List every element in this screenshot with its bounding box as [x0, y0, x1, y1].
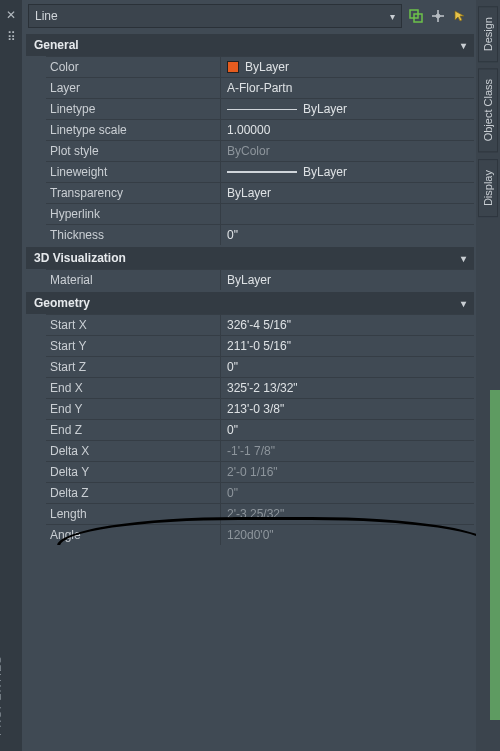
prop-angle: Angle 120d0'0": [46, 524, 474, 545]
dropdown-icon: ▾: [390, 11, 395, 22]
prop-startz[interactable]: Start Z 0": [46, 356, 474, 377]
prop-length: Length 2'-3 25/32": [46, 503, 474, 524]
prop-thickness[interactable]: Thickness 0": [46, 224, 474, 245]
left-rail: ✕ ⠿ PROPERTIES: [0, 0, 22, 751]
prop-endy[interactable]: End Y 213'-0 3/8": [46, 398, 474, 419]
select-objects-icon[interactable]: [450, 6, 470, 26]
panel-title: PROPERTIES: [0, 655, 3, 736]
modelspace-sliver: [490, 390, 500, 720]
prop-linetype[interactable]: Linetype ByLayer: [46, 98, 474, 119]
tab-display[interactable]: Display: [478, 159, 498, 217]
collapse-icon: ▾: [461, 40, 466, 51]
object-type-select[interactable]: Line ▾: [28, 4, 402, 28]
prop-lineweight[interactable]: Lineweight ByLayer: [46, 161, 474, 182]
prop-deltax: Delta X -1'-1 7/8": [46, 440, 474, 461]
object-type-value: Line: [35, 9, 58, 23]
section-general[interactable]: General ▾: [26, 34, 474, 56]
pickadd-icon[interactable]: [428, 6, 448, 26]
prop-ltscale[interactable]: Linetype scale 1.00000: [46, 119, 474, 140]
prop-material[interactable]: Material ByLayer: [46, 269, 474, 290]
tab-object-class[interactable]: Object Class: [478, 68, 498, 152]
close-icon[interactable]: ✕: [4, 8, 18, 22]
collapse-icon: ▾: [461, 298, 466, 309]
section-geometry[interactable]: Geometry ▾: [26, 292, 474, 314]
quick-select-icon[interactable]: [406, 6, 426, 26]
top-toolbar: Line ▾: [22, 0, 476, 32]
properties-panel: General ▾ Color ByLayer Layer A-Flor-Par…: [22, 32, 476, 545]
lineweight-sample-icon: [227, 171, 297, 173]
color-swatch-icon: [227, 61, 239, 73]
section-3d-visualization[interactable]: 3D Visualization ▾: [26, 247, 474, 269]
prop-deltay: Delta Y 2'-0 1/16": [46, 461, 474, 482]
prop-transparency[interactable]: Transparency ByLayer: [46, 182, 474, 203]
collapse-icon: ▾: [461, 253, 466, 264]
linetype-sample-icon: [227, 109, 297, 110]
prop-endx[interactable]: End X 325'-2 13/32": [46, 377, 474, 398]
prop-color[interactable]: Color ByLayer: [46, 56, 474, 77]
prop-starty[interactable]: Start Y 211'-0 5/16": [46, 335, 474, 356]
tab-design[interactable]: Design: [478, 6, 498, 62]
prop-hyperlink[interactable]: Hyperlink: [46, 203, 474, 224]
prop-layer[interactable]: Layer A-Flor-Partn: [46, 77, 474, 98]
prop-endz[interactable]: End Z 0": [46, 419, 474, 440]
prop-startx[interactable]: Start X 326'-4 5/16": [46, 314, 474, 335]
prop-plotstyle: Plot style ByColor: [46, 140, 474, 161]
prop-deltaz: Delta Z 0": [46, 482, 474, 503]
drag-handle-icon[interactable]: ⠿: [4, 30, 18, 44]
